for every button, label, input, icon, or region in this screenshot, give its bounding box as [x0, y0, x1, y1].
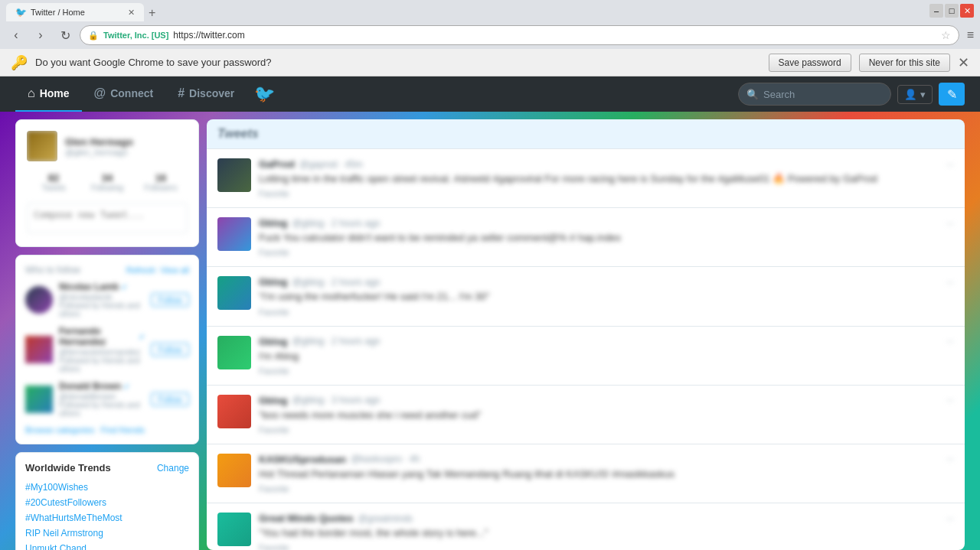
follow-suggestion-2: Followed by friends and others: [59, 356, 145, 373]
tweet-more-2[interactable]: ···: [946, 218, 954, 229]
close-button[interactable]: ✕: [960, 4, 974, 18]
compose-icon: ✎: [947, 87, 957, 102]
refresh-button[interactable]: ↻: [55, 25, 75, 45]
tweet-actions-4: Favorite: [259, 366, 954, 376]
tweet-more-3[interactable]: ···: [946, 277, 954, 288]
profile-username: @glen_hermago: [65, 148, 133, 157]
dropdown-arrow-icon: ▾: [920, 89, 926, 100]
following-label: Following: [83, 184, 131, 192]
tweet-item-1: GaProd @gaprod · 45m ··· Lotting time in…: [207, 149, 965, 208]
tweet-text-3: "I'm using the motherfucker! He said I'm…: [259, 290, 954, 304]
tweet-name-6: KASKUSprodusan: [259, 454, 346, 465]
tweet-actions-2: Favorite: [259, 248, 954, 257]
trends-card: Worldwide Trends Change #My100Wishes #20…: [15, 452, 199, 550]
tweet-header-2: Gblog @gblog · 2 hours ago ···: [259, 217, 954, 229]
tweet-header-4: Gblog @gblog · 2 hours ago ···: [259, 336, 954, 347]
view-all-link[interactable]: View all: [160, 265, 189, 275]
followers-count: 16: [137, 172, 185, 184]
follow-info-3: Donald Brown ✓ @donaldbrown Followed by …: [59, 381, 145, 418]
tweet-more-6[interactable]: ···: [946, 454, 954, 464]
tweet-text-5: "boo needs more muscles she i need anoth…: [259, 408, 954, 422]
compose-tweet-textarea[interactable]: [27, 203, 188, 233]
tweet-more-7[interactable]: ···: [946, 513, 954, 524]
minimize-button[interactable]: –: [929, 4, 943, 18]
verified-badge-3: ✓: [123, 382, 129, 391]
verified-badge-1: ✓: [121, 283, 127, 291]
tweet-name-2: Gblog: [259, 217, 288, 229]
avatar: [27, 131, 57, 161]
tweet-actions-7: Favorite: [259, 543, 954, 550]
trend-5[interactable]: Unmukt Chand: [25, 541, 189, 550]
tweet-username-1: @gaprod · 45m: [299, 159, 363, 170]
trend-2[interactable]: #20CutestFollowers: [25, 495, 189, 510]
compose-tweet-button[interactable]: ✎: [939, 83, 965, 106]
follow-actions: Refresh View all: [126, 265, 189, 275]
active-tab[interactable]: 🐦 Twitter / Home ✕: [6, 3, 144, 21]
nav-connect[interactable]: @ Connect: [82, 76, 166, 112]
never-for-site-button[interactable]: Never for this site: [859, 54, 950, 72]
tweet-body-3: Gblog @gblog · 2 hours ago ··· "I'm usin…: [259, 276, 954, 316]
trend-4[interactable]: RIP Neil Armstrong: [25, 526, 189, 541]
tweet-name-1: GaProd: [259, 158, 295, 170]
user-menu-button[interactable]: 👤 ▾: [897, 85, 933, 104]
password-bar: 🔑 Do you want Google Chrome to save your…: [0, 49, 980, 76]
browse-categories-link[interactable]: Browse categories: [25, 425, 95, 434]
nav-home[interactable]: ⌂ Home: [15, 76, 82, 112]
tweet-actions-6: Favorite: [259, 484, 954, 493]
search-box[interactable]: 🔍: [738, 83, 891, 106]
follow-button-3[interactable]: Follow: [151, 392, 189, 406]
verified-badge-2: ✓: [139, 333, 145, 341]
nav-connect-label: Connect: [110, 87, 153, 99]
stat-following[interactable]: 34 Following: [80, 169, 134, 195]
trend-1[interactable]: #My100Wishes: [25, 480, 189, 495]
profile-header: Glen Hermago @glen_hermago: [27, 131, 188, 161]
save-password-button[interactable]: Save password: [769, 54, 851, 72]
close-tab-button[interactable]: ✕: [128, 8, 135, 18]
nav-discover[interactable]: # Discover: [165, 76, 247, 112]
tweet-item-4: Gblog @gblog · 2 hours ago ··· I'm #blog…: [207, 327, 965, 386]
search-input[interactable]: [763, 89, 871, 100]
follow-button-1[interactable]: Follow: [151, 293, 189, 307]
follow-username-2: @fernandohernandez: [59, 347, 145, 356]
address-box[interactable]: 🔒 Twitter, Inc. [US] https://twitter.com…: [80, 25, 959, 45]
tweet-username-6: @kaskuspro · 4h: [351, 454, 420, 464]
dismiss-password-bar-button[interactable]: ✕: [958, 54, 969, 71]
tweet-body-7: Great Minds Quotes @greatminds ··· "You …: [259, 513, 954, 550]
tweet-avatar-4: [217, 336, 251, 369]
tweet-actions-1: Favorite: [259, 189, 954, 198]
tweet-username-2: @gblog · 2 hours ago: [292, 218, 381, 229]
bookmark-icon[interactable]: ☆: [941, 29, 951, 41]
profile-info: Glen Hermago @glen_hermago: [65, 136, 133, 157]
find-friends-link[interactable]: Find friends: [101, 425, 145, 434]
stat-tweets[interactable]: 82 Tweets: [27, 169, 80, 195]
forward-button[interactable]: ›: [31, 25, 51, 45]
following-count: 34: [83, 172, 131, 184]
twitter-navbar: ⌂ Home @ Connect # Discover 🐦 🔍 👤 ▾ ✎: [0, 76, 980, 112]
tweet-avatar-6: [217, 454, 251, 487]
trends-change-link[interactable]: Change: [157, 463, 189, 474]
tweet-name-7: Great Minds Quotes: [259, 513, 354, 524]
chrome-menu-icon[interactable]: ≡: [967, 28, 974, 42]
nav-right-section: 🔍 👤 ▾ ✎: [738, 83, 965, 106]
follow-name-1: Nicolas Lamb ✓: [59, 282, 145, 292]
follow-name-3: Donald Brown ✓: [59, 381, 145, 392]
trends-header: Worldwide Trends Change: [25, 462, 189, 474]
follow-user-1: Nicolas Lamb ✓ @nicolaslamb Followed by …: [25, 282, 189, 318]
profile-stats: 82 Tweets 34 Following 16 Followers: [27, 169, 188, 195]
follow-button-2[interactable]: Follow: [151, 343, 189, 356]
stat-followers[interactable]: 16 Followers: [134, 169, 188, 195]
maximize-button[interactable]: □: [945, 4, 959, 18]
tweet-name-3: Gblog: [259, 276, 288, 288]
tweet-text-4: I'm #blog: [259, 350, 954, 363]
tweet-more-1[interactable]: ···: [946, 159, 954, 170]
back-button[interactable]: ‹: [6, 25, 26, 45]
refresh-link[interactable]: Refresh: [126, 265, 156, 275]
tweet-header-3: Gblog @gblog · 2 hours ago ···: [259, 276, 954, 288]
tweet-item-6: KASKUSprodusan @kaskuspro · 4h ··· Hot T…: [207, 444, 965, 503]
new-tab-button[interactable]: +: [144, 5, 160, 21]
tweet-more-4[interactable]: ···: [946, 336, 954, 347]
follow-username-3: @donaldbrown: [59, 392, 145, 401]
tweet-more-5[interactable]: ···: [946, 395, 954, 405]
tweet-body-2: Gblog @gblog · 2 hours ago ··· Fuck You …: [259, 217, 954, 257]
trend-3[interactable]: #WhatHurtsMeTheMost: [25, 510, 189, 526]
